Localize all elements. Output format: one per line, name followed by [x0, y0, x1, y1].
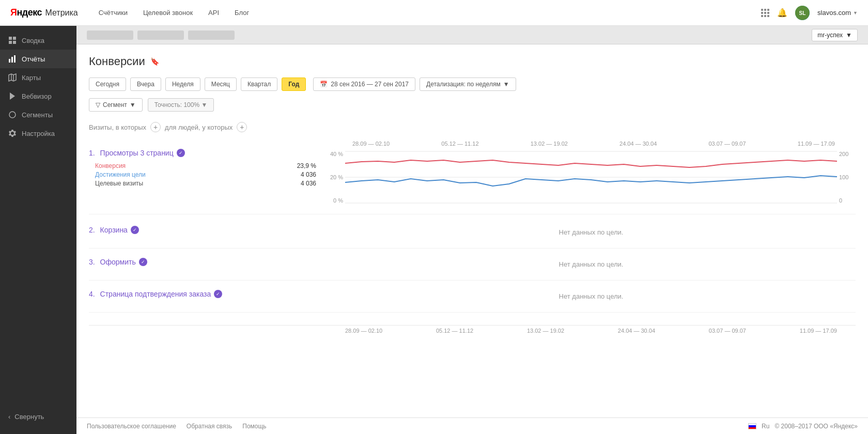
footer-link-agreement[interactable]: Пользовательское соглашение — [87, 423, 176, 430]
segment-chevron-icon: ▼ — [130, 101, 136, 109]
nav-counters[interactable]: Счётчики — [99, 9, 128, 17]
goal-left-3: 3. Оформить ✓ — [89, 258, 327, 271]
username-dropdown[interactable]: slavos.com ▼ — [817, 9, 858, 17]
goal-item-3: 3. Оформить ✓ Нет данных по цели. — [89, 255, 856, 281]
bottom-x-3: 24.04 — 30.04 — [618, 328, 655, 334]
notification-bell-icon[interactable]: 🔔 — [777, 8, 787, 18]
date-range-button[interactable]: 📅 28 сен 2016 — 27 сен 2017 — [313, 78, 415, 91]
avatar[interactable]: SL — [795, 6, 810, 20]
stat-row-conversion: Конверсия 23,9 % — [95, 162, 316, 169]
sidebar-label-segments: Сегменты — [22, 111, 53, 119]
add-visit-condition-button[interactable]: + — [150, 122, 161, 132]
nav-api[interactable]: API — [208, 9, 219, 17]
sidebar-item-maps[interactable]: Карты — [0, 68, 76, 87]
svg-marker-12 — [10, 92, 15, 100]
x-label-1: 05.12 — 11.12 — [441, 141, 478, 147]
sidebar-item-webvisor[interactable]: Вебвизор — [0, 87, 76, 105]
footer-link-feedback[interactable]: Обратная связь — [187, 423, 232, 430]
grid-dot — [764, 12, 766, 14]
period-year-button[interactable]: Год — [282, 78, 306, 91]
chart-x-axis-top: 28.09 — 02.10 05.12 — 11.12 13.02 — 19.0… — [110, 141, 835, 149]
sidebar-item-reports[interactable]: Отчёты — [0, 50, 76, 68]
grid-dot — [761, 15, 763, 17]
x-label-0: 28.09 — 02.10 — [352, 141, 390, 147]
goal-1-title[interactable]: 1. Просмотры 3 страниц ✓ — [89, 149, 316, 157]
goal-4-title[interactable]: 4. Страница подтверждения заказа ✓ — [89, 290, 316, 298]
goal-1-badge: ✓ — [177, 149, 185, 157]
detail-button[interactable]: Детализация: по неделям ▼ — [420, 78, 516, 91]
sidebar-nav: Сводка Отчёты Карты — [0, 26, 76, 143]
chart-bar-icon — [8, 55, 17, 63]
username-label: slavos.com — [817, 9, 851, 17]
period-month-button[interactable]: Месяц — [205, 78, 237, 91]
nav-blog[interactable]: Блог — [235, 9, 249, 17]
grid-small-icon — [8, 36, 17, 44]
no-data-label-3: Нет данных по цели. — [559, 260, 624, 268]
y-axis-left: 40 % 20 % 0 % — [327, 149, 345, 206]
footer-right: Ru © 2008–2017 ООО «Яндекс» — [748, 423, 858, 430]
svg-point-13 — [9, 112, 16, 118]
no-data-label-2: Нет данных по цели. — [559, 228, 624, 236]
apps-icon[interactable] — [761, 9, 769, 17]
svg-rect-6 — [9, 59, 10, 63]
goal-3-title[interactable]: 3. Оформить ✓ — [89, 258, 316, 266]
sidebar-label-reports: Отчёты — [22, 55, 45, 63]
period-today-button[interactable]: Сегодня — [89, 78, 126, 91]
svg-marker-9 — [9, 74, 16, 81]
period-quarter-button[interactable]: Квартал — [241, 78, 277, 91]
breadcrumb-2 — [137, 30, 184, 40]
sidebar-item-summary[interactable]: Сводка — [0, 31, 76, 50]
goal-4-badge: ✓ — [214, 290, 222, 298]
stat-row-visits: Целевые визиты 4 036 — [95, 180, 316, 187]
flag-icon — [748, 423, 756, 429]
goal-2-title[interactable]: 2. Корзина ✓ — [89, 226, 316, 234]
y-left-label-0: 40 % — [330, 151, 343, 157]
collapse-arrow-icon: ‹ — [8, 413, 10, 421]
goal-3-title-text: Оформить — [100, 258, 136, 266]
sidebar-item-settings[interactable]: Настройка — [0, 124, 76, 143]
site-select-button[interactable]: mr-успех ▼ — [812, 29, 858, 41]
x-label-4: 03.07 — 09.07 — [708, 141, 746, 147]
goal-3-badge: ✓ — [139, 258, 147, 266]
stat-conversion-value: 23,9 % — [297, 162, 316, 169]
period-row: Сегодня Вчера Неделя Месяц Квартал Год 📅… — [89, 78, 856, 91]
period-week-button[interactable]: Неделя — [165, 78, 200, 91]
site-select-chevron-icon: ▼ — [846, 32, 852, 39]
date-range-label: 28 сен 2016 — 27 сен 2017 — [331, 81, 409, 88]
calendar-icon: 📅 — [320, 81, 328, 88]
main: mr-успех ▼ Конверсии 🔖 Сегодня Вчера Нед… — [76, 26, 868, 434]
segment-label: Сегмент — [103, 101, 127, 109]
accuracy-button[interactable]: Точность: 100% ▼ — [148, 98, 214, 112]
header: Яндекс Метрика Счётчики Целевой звонок A… — [0, 0, 868, 26]
footer: Пользовательское соглашение Обратная свя… — [76, 417, 868, 434]
nav-calls[interactable]: Целевой звонок — [143, 9, 193, 17]
y-right-label-1: 100 — [839, 174, 848, 180]
svg-rect-5 — [13, 41, 16, 44]
footer-link-help[interactable]: Помощь — [242, 423, 266, 430]
collapse-sidebar-button[interactable]: ‹ Свернуть — [0, 408, 76, 426]
period-yesterday-button[interactable]: Вчера — [130, 78, 161, 91]
y-right-label-2: 0 — [839, 197, 842, 204]
stat-visits-label: Целевые визиты — [95, 180, 143, 187]
segment-button[interactable]: ▽ Сегмент ▼ — [89, 98, 143, 112]
bottom-x-0: 28.09 — 02.10 — [345, 328, 382, 334]
add-people-condition-button[interactable]: + — [237, 122, 247, 132]
stat-visits-value: 4 036 — [301, 180, 316, 187]
map-icon — [8, 73, 17, 82]
chevron-down-icon: ▼ — [853, 10, 858, 16]
goal-4-title-text: Страница подтверждения заказа — [100, 290, 211, 298]
stat-row-achievement: Достижения цели 4 036 — [95, 171, 316, 178]
page-title-row: Конверсии 🔖 — [89, 55, 856, 68]
site-select-label: mr-успех — [817, 32, 843, 39]
grid-dot — [764, 9, 766, 11]
goal-item-2: 2. Корзина ✓ Нет данных по цели. — [89, 223, 856, 249]
bookmark-icon[interactable]: 🔖 — [150, 57, 159, 66]
people-condition-label: для людей, у которых — [165, 123, 233, 131]
footer-copyright: © 2008–2017 ООО «Яндекс» — [774, 423, 858, 430]
bottom-x-5: 11.09 — 17.09 — [800, 328, 837, 334]
svg-rect-3 — [13, 37, 16, 40]
footer-lang[interactable]: Ru — [762, 423, 769, 430]
x-label-3: 24.04 — 30.04 — [619, 141, 657, 147]
sidebar-item-segments[interactable]: Сегменты — [0, 105, 76, 124]
sidebar-label-settings: Настройка — [22, 130, 55, 137]
